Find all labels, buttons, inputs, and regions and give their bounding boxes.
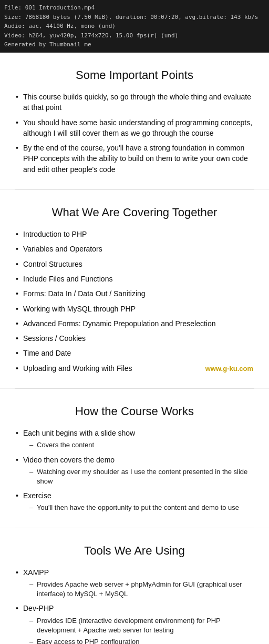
section-covering-together: What We Are Covering TogetherIntroductio… — [0, 190, 269, 389]
sub-bullet-3-1-0: Provides IDE (interactive development en… — [29, 616, 254, 635]
section-tools-using: Tools We Are UsingXAMPPProvides Apache w… — [0, 528, 269, 644]
file-info-bar: File: 001 Introduction.mp4 Size: 7868180… — [0, 0, 269, 53]
sub-bullet-2-0-0: Covers the content — [29, 440, 254, 450]
bullet-item-3-1: Dev-PHPProvides IDE (interactive develop… — [15, 603, 254, 644]
bullet-item-1-3: Include Files and Functions — [15, 274, 254, 284]
file-info-line3: Audio: aac, 44100 Hz, mono (und) — [4, 22, 265, 31]
section-title-1: What We Are Covering Together — [15, 206, 254, 219]
bullet-item-1-2: Control Structures — [15, 259, 254, 269]
section-title-2: How the Course Works — [15, 405, 254, 418]
section-important-points: Some Important PointsThis course builds … — [0, 53, 269, 190]
bullet-item-0-0: This course builds quickly, so go throug… — [15, 92, 254, 113]
file-info-line4: Video: h264, yuv420p, 1274x720, 15.00 fp… — [4, 31, 265, 41]
bullet-item-1-8: Time and Date — [15, 348, 254, 358]
file-info-line2: Size: 7868180 bytes (7.50 MiB), duration… — [4, 13, 265, 22]
bullet-item-2-2: ExerciseYou'll then have the opportunity… — [15, 490, 254, 512]
bullet-item-0-2: By the end of the course, you'll have a … — [15, 143, 254, 175]
sub-bullet-2-2-0: You'll then have the opportunity to put … — [29, 503, 254, 512]
bullet-item-1-1: Variables and Operators — [15, 244, 254, 254]
bullet-item-1-5: Working with MySQL through PHP — [15, 304, 254, 314]
sections-container: Some Important PointsThis course builds … — [0, 53, 269, 644]
bullet-item-1-0: Introduction to PHP — [15, 229, 254, 239]
sub-bullet-3-0-0: Provides Apache web server + phpMyAdmin … — [29, 580, 254, 599]
bullet-item-2-1: Video then covers the demoWatching over … — [15, 455, 254, 487]
section-title-0: Some Important Points — [15, 68, 254, 82]
watermark: www.g-ku.com — [205, 365, 253, 373]
bullet-item-1-6: Advanced Forms: Dynamic Prepopulation an… — [15, 318, 254, 329]
file-info-line5: Generated by Thumbnail me — [4, 40, 265, 49]
bullet-item-2-0: Each unit begins with a slide showCovers… — [15, 428, 254, 450]
sub-bullet-3-1-1: Easy access to PHP configuration — [29, 637, 254, 644]
section-title-3: Tools We Are Using — [15, 544, 254, 558]
section-how-course-works: How the Course WorksEach unit begins wit… — [0, 389, 269, 528]
bullet-item-1-7: Sessions / Cookies — [15, 333, 254, 344]
file-info-line1: File: 001 Introduction.mp4 — [4, 3, 265, 13]
bullet-item-3-0: XAMPPProvides Apache web server + phpMyA… — [15, 567, 254, 599]
bullet-item-0-1: You should have some basic understanding… — [15, 117, 254, 139]
sub-bullet-2-1-0: Watching over my shoulder as I use the c… — [29, 467, 254, 486]
bullet-item-1-4: Forms: Data In / Data Out / Sanitizing — [15, 288, 254, 299]
